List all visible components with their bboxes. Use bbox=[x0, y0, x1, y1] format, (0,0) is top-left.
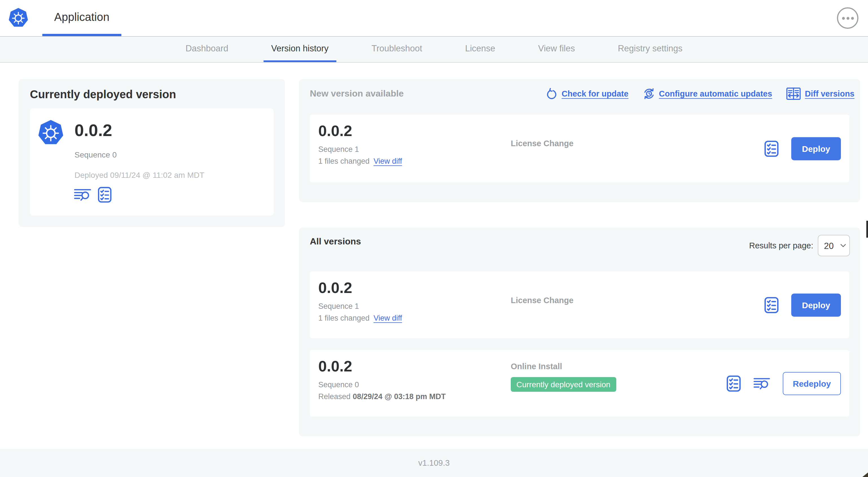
tab-view-files[interactable]: View files bbox=[530, 37, 583, 62]
kubernetes-app-icon bbox=[37, 119, 64, 146]
released-label: Released bbox=[318, 392, 350, 400]
checklist-icon[interactable] bbox=[764, 297, 779, 313]
version-sequence: Sequence 1 bbox=[318, 302, 402, 310]
screen-artifact-bar bbox=[866, 221, 868, 238]
released-date: 08/29/24 @ 03:18 pm MDT bbox=[353, 392, 446, 400]
files-changed-label: 1 files changed bbox=[318, 157, 370, 165]
app-nav: Dashboard Version history Troubleshoot L… bbox=[0, 37, 868, 63]
tab-license[interactable]: License bbox=[457, 37, 503, 62]
new-version-panel: New version available Check for update C… bbox=[299, 79, 860, 202]
checklist-icon[interactable] bbox=[764, 140, 779, 157]
version-source: Online Install bbox=[511, 362, 562, 371]
logs-icon[interactable] bbox=[74, 188, 91, 202]
results-per-page-label: Results per page: bbox=[749, 241, 813, 250]
all-versions-panel: All versions Results per page: 20 0.0.2 … bbox=[299, 228, 860, 436]
currently-deployed-title: Currently deployed version bbox=[30, 88, 176, 101]
files-changed-label: 1 files changed bbox=[318, 314, 370, 322]
tab-version-history[interactable]: Version history bbox=[263, 37, 336, 62]
version-number: 0.0.2 bbox=[318, 123, 402, 140]
kubernetes-logo-icon bbox=[8, 7, 29, 28]
ellipsis-icon bbox=[842, 17, 844, 20]
admin-console-version: v1.109.3 bbox=[418, 458, 450, 468]
version-number: 0.0.2 bbox=[318, 358, 446, 375]
app-header: Application bbox=[0, 0, 868, 37]
new-version-card: 0.0.2 Sequence 1 1 files changedView dif… bbox=[310, 115, 849, 182]
checklist-icon[interactable] bbox=[98, 187, 112, 203]
deployed-timestamp: Deployed 09/11/24 @ 11:02 am MDT bbox=[74, 171, 204, 180]
deploy-button[interactable]: Deploy bbox=[791, 293, 841, 317]
diff-icon bbox=[786, 88, 801, 100]
currently-deployed-panel: Currently deployed version 0.0.2 Sequenc… bbox=[19, 79, 285, 227]
version-source: License Change bbox=[511, 139, 574, 148]
view-diff-link[interactable]: View diff bbox=[374, 157, 402, 165]
version-sequence: Sequence 1 bbox=[318, 145, 402, 153]
deploy-button[interactable]: Deploy bbox=[791, 137, 841, 160]
main-content: Currently deployed version 0.0.2 Sequenc… bbox=[0, 63, 868, 449]
kots-admin-page: Application Dashboard Version history Tr… bbox=[0, 0, 868, 477]
version-source: License Change bbox=[511, 296, 574, 305]
version-row: 0.0.2 Sequence 1 1 files changedView dif… bbox=[310, 271, 849, 338]
refresh-icon bbox=[546, 88, 558, 100]
app-tab[interactable]: Application bbox=[42, 0, 121, 36]
tab-registry-settings[interactable]: Registry settings bbox=[610, 37, 690, 62]
clock-refresh-icon bbox=[643, 88, 655, 100]
deployed-version-number: 0.0.2 bbox=[74, 121, 112, 140]
check-for-update-link[interactable]: Check for update bbox=[546, 88, 628, 100]
all-versions-title: All versions bbox=[310, 237, 361, 247]
version-number: 0.0.2 bbox=[318, 280, 402, 297]
results-per-page-select[interactable]: 20 bbox=[818, 235, 850, 256]
logs-icon[interactable] bbox=[753, 377, 770, 390]
ellipsis-menu-button[interactable] bbox=[837, 7, 859, 29]
new-version-title: New version available bbox=[310, 89, 404, 99]
configure-automatic-updates-link[interactable]: Configure automatic updates bbox=[643, 88, 772, 100]
tab-dashboard[interactable]: Dashboard bbox=[178, 37, 236, 62]
redeploy-button[interactable]: Redeploy bbox=[783, 372, 841, 395]
tab-troubleshoot[interactable]: Troubleshoot bbox=[364, 37, 430, 62]
version-actions-row: Check for update Configure automatic upd… bbox=[546, 88, 855, 100]
checklist-icon[interactable] bbox=[726, 375, 741, 391]
view-diff-link[interactable]: View diff bbox=[374, 314, 402, 322]
version-row: 0.0.2 Sequence 0 Released08/29/24 @ 03:1… bbox=[310, 350, 849, 417]
app-footer: v1.109.3 bbox=[0, 449, 868, 477]
app-tab-label: Application bbox=[54, 10, 110, 23]
diff-versions-link[interactable]: Diff versions bbox=[786, 88, 855, 100]
currently-deployed-card: 0.0.2 Sequence 0 Deployed 09/11/24 @ 11:… bbox=[30, 109, 274, 216]
version-sequence: Sequence 0 bbox=[318, 380, 446, 389]
deployed-sequence: Sequence 0 bbox=[74, 150, 117, 159]
currently-deployed-badge: Currently deployed version bbox=[511, 377, 616, 392]
